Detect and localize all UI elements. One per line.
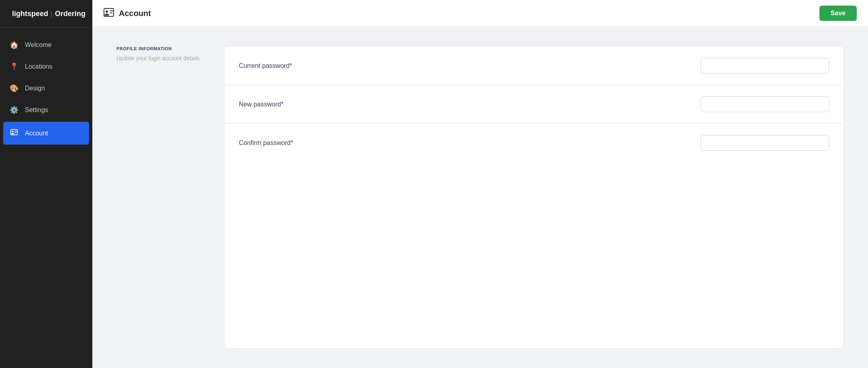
account-icon xyxy=(10,128,18,138)
location-pin-icon: 📍 xyxy=(10,62,18,71)
sidebar-item-design[interactable]: 🎨 Design xyxy=(0,78,92,99)
save-button[interactable]: Save xyxy=(819,6,857,21)
sidebar-label-settings: Settings xyxy=(25,106,48,114)
sidebar-item-locations[interactable]: 📍 Locations xyxy=(0,56,92,78)
current-password-label-text: Current password* xyxy=(239,62,292,69)
new-password-label: New password* xyxy=(239,101,701,108)
header-title-group: Account xyxy=(104,8,151,19)
sidebar-item-account[interactable]: Account xyxy=(3,122,89,145)
logo-separator: | xyxy=(51,10,53,18)
new-password-input[interactable] xyxy=(701,96,829,112)
profile-form-card: Current password* New password* Confirm … xyxy=(224,46,844,349)
account-card-icon xyxy=(104,8,114,19)
sidebar-nav: 🏠 Welcome 📍 Locations 🎨 Design ⚙️ Settin… xyxy=(0,28,92,368)
sidebar-item-welcome[interactable]: 🏠 Welcome xyxy=(0,34,92,56)
logo-product-name: Ordering xyxy=(55,10,86,18)
confirm-password-row: Confirm password* xyxy=(224,124,844,162)
confirm-password-input[interactable] xyxy=(701,135,829,151)
logo-text: lightspeed | Ordering xyxy=(12,10,86,18)
sidebar-label-account: Account xyxy=(25,130,48,137)
page-header: Account Save xyxy=(92,0,868,27)
sidebar-label-design: Design xyxy=(25,85,45,92)
current-password-input[interactable] xyxy=(701,58,829,74)
section-description: Update your login account details xyxy=(116,54,205,63)
home-icon: 🏠 xyxy=(10,41,18,49)
sidebar: lightspeed | Ordering 🏠 Welcome 📍 Locati… xyxy=(0,0,92,368)
gear-icon: ⚙️ xyxy=(10,106,18,114)
sidebar-label-welcome: Welcome xyxy=(25,41,51,49)
svg-point-1 xyxy=(12,131,14,132)
sidebar-label-locations: Locations xyxy=(25,63,53,70)
logo-brand-name: lightspeed xyxy=(12,10,48,18)
sidebar-item-settings[interactable]: ⚙️ Settings xyxy=(0,99,92,121)
new-password-label-text: New password* xyxy=(239,101,283,108)
current-password-label: Current password* xyxy=(239,62,701,70)
section-title: PROFILE INFORMATION xyxy=(116,46,205,51)
current-password-row: Current password* xyxy=(224,47,844,85)
new-password-row: New password* xyxy=(224,85,844,124)
section-info: PROFILE INFORMATION Update your login ac… xyxy=(116,46,205,349)
page-title: Account xyxy=(119,9,151,18)
logo-area: lightspeed | Ordering xyxy=(0,0,92,28)
content-area: PROFILE INFORMATION Update your login ac… xyxy=(92,27,868,368)
design-palette-icon: 🎨 xyxy=(10,84,18,93)
main-content: Account Save PROFILE INFORMATION Update … xyxy=(92,0,868,368)
confirm-password-label: Confirm password* xyxy=(239,139,701,147)
confirm-password-label-text: Confirm password* xyxy=(239,139,293,146)
svg-point-5 xyxy=(106,10,108,13)
